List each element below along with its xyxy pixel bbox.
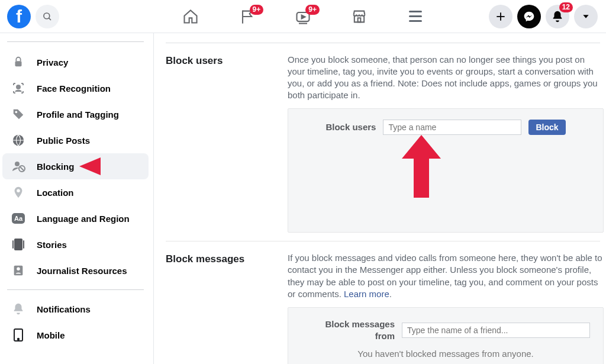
- block-button[interactable]: Block: [528, 120, 565, 135]
- svg-point-20: [17, 268, 20, 271]
- stories-icon: [8, 234, 28, 255]
- face-icon: [8, 78, 28, 98]
- search-button[interactable]: [36, 5, 59, 28]
- notifications-button[interactable]: 12: [546, 5, 569, 28]
- block-users-box: Block users Block: [288, 108, 604, 233]
- svg-point-12: [15, 162, 20, 166]
- tag-icon: [8, 104, 28, 124]
- svg-point-22: [18, 339, 19, 340]
- block-messages-field-row: Block messages from: [301, 318, 590, 342]
- block-users-body: Once you block someone, that person can …: [288, 54, 604, 233]
- create-button[interactable]: [489, 5, 512, 28]
- svg-point-0: [44, 13, 50, 19]
- block-users-title: Block users: [166, 54, 272, 233]
- notifications-badge: 12: [559, 2, 573, 12]
- video-badge: 9+: [305, 5, 320, 15]
- flag-badge: 9+: [250, 5, 264, 15]
- sidebar-separator: [7, 289, 144, 290]
- search-icon: [42, 11, 53, 22]
- content-area: Privacy Face Recognition Profile and Tag…: [0, 33, 606, 364]
- block-users-field-row: Block users Block: [301, 120, 590, 135]
- sidebar-item-stories[interactable]: Stories: [2, 231, 149, 257]
- sidebar-item-blocking[interactable]: Blocking: [2, 153, 149, 179]
- sidebar-item-journalist[interactable]: Journalist Resources: [2, 257, 149, 284]
- nav-marketplace[interactable]: [347, 5, 371, 28]
- svg-point-10: [15, 111, 18, 114]
- home-icon: [182, 8, 199, 25]
- sidebar-item-mobile[interactable]: Mobile: [2, 322, 149, 348]
- block-messages-desc: If you block messages and video calls fr…: [288, 252, 604, 299]
- pin-icon: [8, 182, 28, 202]
- sidebar-item-label: Language and Region: [37, 214, 130, 224]
- block-users-desc: Once you block someone, that person can …: [288, 54, 604, 101]
- annotation-arrow-right: [78, 149, 137, 184]
- section-divider: [166, 241, 600, 241]
- menu-icon: [409, 11, 422, 22]
- sidebar-item-label: Notifications: [37, 304, 91, 314]
- sidebar-item-label: Stories: [37, 240, 67, 250]
- block-messages-title: Block messages: [166, 252, 272, 364]
- messenger-button[interactable]: [517, 5, 541, 28]
- sidebar-item-label: Location: [37, 188, 74, 198]
- nav-menu[interactable]: [404, 5, 427, 28]
- logo-letter: f: [16, 7, 22, 27]
- settings-sidebar: Privacy Face Recognition Profile and Tag…: [0, 33, 154, 364]
- annotation-arrow-up: [401, 134, 442, 199]
- top-divider: [166, 43, 600, 43]
- nav-video[interactable]: 9+: [291, 5, 315, 28]
- block-messages-input[interactable]: [402, 323, 590, 338]
- learn-more-link[interactable]: Learn more: [344, 289, 389, 299]
- nav-flag[interactable]: 9+: [235, 5, 259, 28]
- sidebar-item-label: Profile and Tagging: [37, 109, 119, 120]
- chevron-down-icon: [581, 12, 591, 21]
- sidebar-item-label: Mobile: [37, 330, 65, 340]
- sidebar-item-public-posts[interactable]: Public Posts: [2, 127, 149, 153]
- account-button[interactable]: [574, 5, 598, 28]
- sidebar-item-language[interactable]: Aa Language and Region: [2, 205, 149, 231]
- main-panel: Block users Once you block someone, that…: [154, 33, 606, 364]
- nav-home[interactable]: [179, 5, 202, 28]
- block-messages-text: If you block messages and video calls fr…: [288, 253, 602, 298]
- block-messages-body: If you block messages and video calls fr…: [288, 252, 604, 364]
- sidebar-item-location[interactable]: Location: [2, 179, 149, 205]
- block-messages-field-label: Block messages from: [304, 318, 395, 342]
- sidebar-item-label: Journalist Resources: [37, 266, 127, 276]
- facebook-logo[interactable]: f: [7, 5, 31, 28]
- svg-rect-16: [14, 239, 22, 250]
- sidebar-top-sep: [7, 41, 144, 42]
- block-users-input[interactable]: [383, 120, 521, 135]
- block-users-field-label: Block users: [325, 121, 376, 133]
- sidebar-item-profile-tagging[interactable]: Profile and Tagging: [2, 101, 149, 127]
- journalist-icon: [8, 260, 28, 281]
- svg-rect-17: [12, 240, 14, 249]
- block-messages-box: Block messages from You haven't blocked …: [288, 307, 604, 364]
- messenger-icon: [523, 11, 535, 22]
- mobile-icon: [8, 325, 28, 345]
- sidebar-item-notifications[interactable]: Notifications: [2, 296, 149, 322]
- blocking-icon: [8, 156, 28, 176]
- svg-point-15: [17, 189, 20, 193]
- sidebar-item-label: Privacy: [37, 57, 68, 67]
- plus-icon: [495, 11, 507, 22]
- section-block-messages: Block messages If you block messages and…: [166, 252, 604, 364]
- globe-icon: [8, 130, 28, 150]
- right-buttons: 12: [489, 5, 598, 28]
- language-icon: Aa: [8, 208, 28, 228]
- svg-line-1: [49, 18, 51, 20]
- svg-rect-8: [15, 61, 22, 66]
- center-nav: 9+ 9+: [163, 0, 443, 33]
- top-header: f 9+ 9+ 12: [0, 0, 606, 33]
- svg-rect-18: [23, 240, 24, 249]
- section-block-users: Block users Once you block someone, that…: [166, 54, 604, 233]
- block-messages-hint: You haven't blocked messages from anyone…: [301, 348, 590, 360]
- sidebar-item-privacy[interactable]: Privacy: [2, 49, 149, 75]
- sidebar-item-label: Blocking: [37, 162, 74, 172]
- lock-icon: [8, 52, 28, 72]
- svg-point-9: [17, 85, 20, 89]
- sidebar-item-face[interactable]: Face Recognition: [2, 75, 149, 101]
- svg-rect-5: [357, 18, 360, 22]
- marketplace-icon: [351, 8, 368, 25]
- sidebar-item-label: Face Recognition: [37, 83, 111, 94]
- svg-line-14: [20, 167, 24, 171]
- bell-icon: [8, 299, 28, 319]
